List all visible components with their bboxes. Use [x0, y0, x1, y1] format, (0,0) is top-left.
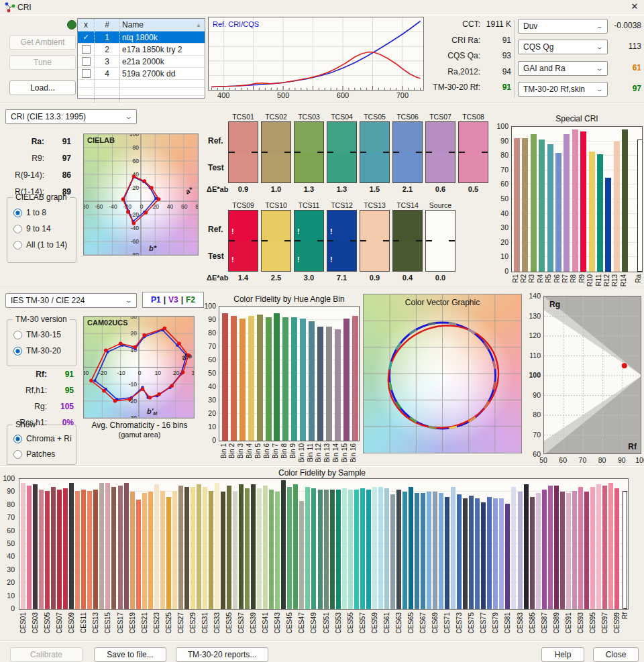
table-row[interactable]: ✓1ntq 1800k: [78, 32, 205, 44]
stat-label: CCT:: [423, 19, 480, 29]
bar-r7: [564, 134, 570, 272]
window-title: CRI: [17, 3, 32, 12]
delta-e-value: 3.0: [294, 274, 324, 282]
dropdown-gai-and-ra[interactable]: GAI and Ra⌄: [518, 61, 608, 76]
svg-text:60: 60: [133, 158, 140, 164]
bar-ces07: [57, 490, 62, 610]
svg-text:b*: b*: [149, 244, 157, 252]
stat-value: 91: [480, 82, 511, 92]
bar-bin-15: [343, 319, 350, 441]
bar-ces19: [130, 492, 135, 609]
dropdown-tm-30-20-rf-skin[interactable]: TM-30-20 Rf,skin⌄: [518, 82, 608, 97]
tm30-method-select[interactable]: IES TM-30 / CIE 224⌄: [5, 293, 137, 308]
chevron-down-icon: ⌄: [125, 297, 133, 304]
split-mark: [284, 240, 290, 241]
delta-e-value: 2.1: [392, 185, 423, 193]
row-checkbox-cell[interactable]: [78, 68, 94, 79]
patch-test-half: [294, 152, 323, 182]
split-mark: [327, 240, 333, 241]
radio-label: TM-30-20: [26, 346, 61, 355]
radio-1-to-8[interactable]: 1 to 8: [13, 207, 46, 218]
close-icon[interactable]: ✕: [628, 1, 641, 13]
app-icon: [5, 2, 15, 15]
button-close[interactable]: Close: [593, 647, 639, 662]
checkbox[interactable]: [82, 69, 91, 78]
tcs-patch-label: TCS12: [327, 201, 357, 209]
x-tick-label: CES89: [553, 612, 560, 634]
y-tick-label: 20: [494, 238, 508, 246]
x-tick-label: CES67: [419, 612, 427, 634]
bar-ces77: [481, 502, 486, 609]
tm30-method-label: IES TM-30 / CIE 224: [11, 296, 85, 305]
stat-label: R(1-14):: [5, 187, 44, 197]
stat-row: R9:97: [5, 154, 71, 163]
patch-test-half: [229, 152, 258, 182]
button-load-[interactable]: Load...: [9, 80, 76, 95]
radio-9-to-14[interactable]: 9 to 14: [13, 223, 51, 234]
svg-text:-10: -10: [117, 370, 126, 376]
checkbox[interactable]: [82, 57, 91, 66]
dropdown-duv[interactable]: Duv⌄: [518, 19, 608, 34]
table-row[interactable]: 2e17a 1850k try 2: [78, 44, 205, 56]
stat-label: Rf:: [3, 370, 47, 379]
row-checkbox-cell[interactable]: [78, 44, 94, 55]
column-header[interactable]: #: [94, 19, 119, 31]
delta-e-label: ΔE*ab: [207, 185, 228, 193]
checkbox[interactable]: [82, 45, 91, 54]
delta-e-value: 1.0: [261, 185, 291, 193]
radio-all-1-to-14-[interactable]: All (1 to 14): [13, 239, 67, 250]
radio-icon: [13, 450, 22, 459]
split-mark: [252, 152, 258, 153]
bar-plot: [219, 306, 360, 441]
warning-icon: !: [330, 256, 333, 264]
bar-ces50: [318, 490, 323, 610]
radio-tm-30-15[interactable]: TM-30-15: [13, 329, 61, 340]
cielab-chart: -80-60-40-20020406080-80-60-40-202040608…: [83, 133, 199, 256]
radio-tm-30-20[interactable]: TM-30-20: [13, 345, 61, 356]
dropdown-value: 113: [609, 42, 641, 51]
split-mark: [294, 240, 301, 241]
svg-text:Ref. CRI/CQS: Ref. CRI/CQS: [213, 20, 259, 28]
column-header[interactable]: x: [78, 19, 94, 31]
stat-value: 94: [480, 67, 511, 76]
dropdown-cqs-qg[interactable]: CQS Qg⌄: [518, 40, 608, 54]
y-tick-label: 10: [0, 592, 15, 600]
patch-test-half: [459, 152, 488, 182]
bar-ces94: [584, 492, 589, 609]
bar-ces15: [105, 483, 110, 609]
row-checkbox-cell[interactable]: [78, 56, 94, 67]
bar-ces61: [384, 488, 389, 609]
bar-bin-1: [222, 313, 228, 441]
button-help[interactable]: Help: [541, 647, 584, 662]
rg-rf-chart: RgRf607080901001101201301405060708090100: [526, 288, 644, 466]
bar-bin-13: [326, 327, 332, 441]
radio-chroma-ri[interactable]: Chroma + Ri: [13, 433, 72, 444]
sample-table[interactable]: x#Name▲✓1ntq 1800k2e17a 1850k try 23e21a…: [77, 18, 205, 99]
bar-plot: [511, 126, 643, 272]
cri-method-select[interactable]: CRI (CIE 13.3: 1995)⌄: [5, 109, 137, 124]
patch-ref-half: [459, 122, 488, 152]
radio-patches[interactable]: Patches: [13, 449, 55, 459]
x-tick-label: CES73: [455, 612, 463, 634]
stat-value: 91: [47, 370, 74, 379]
button-save-to-file-[interactable]: Save to file...: [94, 647, 166, 662]
x-tick-label: CES79: [492, 612, 499, 634]
column-header[interactable]: Name▲: [119, 19, 203, 31]
delta-e-value: 1.3: [294, 185, 324, 193]
test-label: Test: [208, 163, 224, 172]
x-tick-label: 400: [215, 91, 232, 99]
split-mark: [229, 240, 235, 241]
table-row[interactable]: 3e21a 2000k: [78, 56, 205, 68]
cam02-caption2: (gamut area): [74, 431, 205, 439]
y-tick-label: 70: [0, 513, 15, 521]
bar-ces93: [578, 487, 583, 609]
bar-ces48: [305, 487, 310, 609]
button-tm-30-20-reports-[interactable]: TM-30-20 reports...: [176, 647, 268, 662]
patch-test-half: [327, 152, 356, 182]
y-tick-label: 110: [526, 351, 541, 360]
row-checkbox-cell[interactable]: ✓: [78, 32, 94, 43]
x-tick-label: 700: [394, 91, 411, 99]
stat-label: R(9-14):: [5, 170, 44, 180]
hue-bin-chart: Color Fidelity by Hue Angle Bin010203040…: [201, 288, 362, 466]
table-row[interactable]: 4519a 2700k dd: [78, 68, 205, 80]
